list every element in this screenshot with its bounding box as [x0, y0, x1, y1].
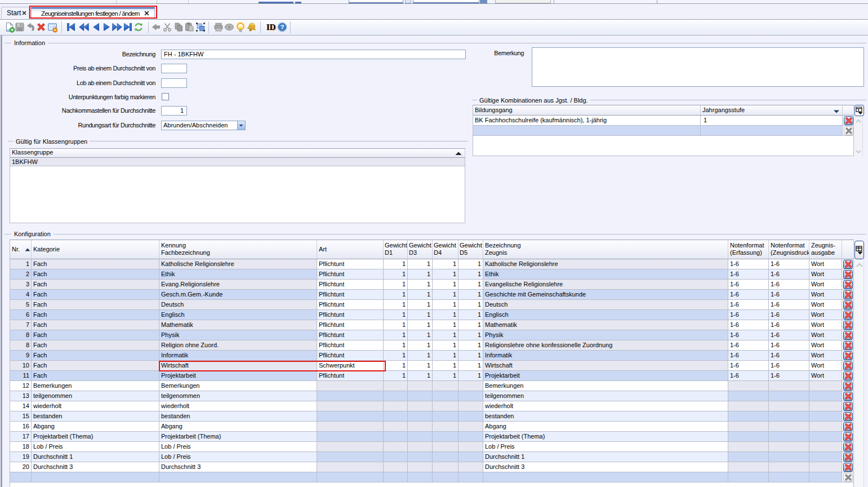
svg-text:?: ?	[280, 24, 284, 30]
